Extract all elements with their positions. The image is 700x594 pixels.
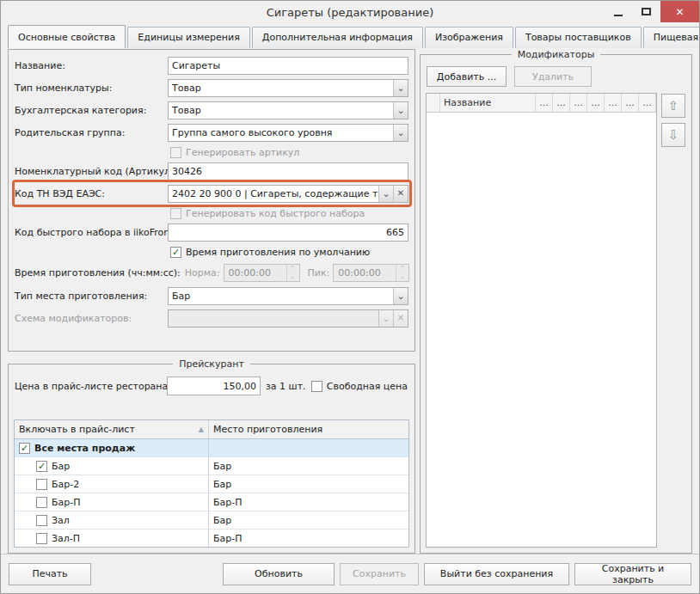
title-bar: Сигареты (редактирование) ✕	[1, 1, 699, 25]
minimize-icon	[614, 15, 623, 16]
modifier-scheme-label: Схема модификаторов:	[15, 313, 168, 324]
free-price-label: Свободная цена	[327, 381, 408, 392]
modifier-selector-column	[427, 94, 440, 112]
tnved-code-label: Код ТН ВЭД ЕАЭС:	[15, 188, 168, 199]
cooking-time-label: Время приготовления (чч:мм:сс):	[15, 267, 181, 279]
generate-article-checkbox	[170, 147, 181, 158]
row-checkbox[interactable]	[36, 497, 47, 508]
close-button[interactable]: ✕	[660, 1, 699, 22]
sales-row[interactable]: Зал Бар	[15, 511, 408, 530]
chevron-down-icon[interactable]: ⌄	[393, 80, 408, 96]
row-checkbox[interactable]	[36, 533, 47, 544]
cooking-time-peak-spinner: 00:00:00 ⌃ ⌄	[333, 264, 409, 282]
nomenclature-type-select[interactable]: Товар ⌄	[168, 79, 408, 97]
parent-group-select[interactable]: Группа самого высокого уровня ⌄	[168, 124, 408, 142]
accounting-category-select[interactable]: Товар ⌄	[168, 101, 408, 119]
tab-supplier-products[interactable]: Товары поставщиков	[515, 27, 642, 48]
tnved-code-row: Код ТН ВЭД ЕАЭС: 2402 20 900 0 | Сигарет…	[12, 181, 411, 205]
modifiers-empty-list	[427, 113, 656, 547]
chevron-down-icon[interactable]: ⌄	[378, 186, 393, 202]
modifier-option-column[interactable]: ...	[605, 94, 622, 112]
cooking-place-type-select[interactable]: Бар ⌄	[168, 287, 408, 305]
chevron-down-icon[interactable]: ⌄	[393, 125, 408, 141]
clear-icon: ✕	[393, 310, 408, 327]
modifier-scheme-select: ⌄ ✕	[168, 309, 408, 328]
name-input[interactable]	[168, 57, 408, 75]
modifier-option-column[interactable]: ...	[587, 94, 605, 112]
save-and-close-button[interactable]: Сохранить и закрыть	[574, 563, 691, 585]
cooking-time-peak-label: Пик:	[308, 267, 330, 279]
modifiers-section: Модификаторы Добавить ... Удалить Назван…	[420, 49, 692, 554]
maximize-button[interactable]	[632, 1, 660, 22]
spinner-up-icon: ⌃	[287, 265, 299, 273]
sales-row[interactable]: Бар-П Бар-П	[15, 493, 408, 511]
chevron-down-icon[interactable]: ⌄	[393, 288, 408, 304]
sort-asc-icon: ▲	[199, 426, 204, 433]
arrow-down-icon: ⇩	[668, 127, 679, 143]
pricelist-section: Прейскурант Цена в прайс-листе ресторана…	[8, 358, 415, 554]
chevron-down-icon: ⌄	[378, 310, 393, 327]
group-row-checkbox[interactable]: ✓	[19, 443, 30, 454]
minimize-button[interactable]	[604, 1, 632, 22]
accounting-category-label: Бухгалтерская категория:	[15, 105, 168, 116]
parent-group-label: Родительская группа:	[15, 127, 168, 138]
exit-without-saving-button[interactable]: Выйти без сохранения	[424, 563, 569, 585]
add-modifier-button[interactable]: Добавить ...	[427, 66, 507, 87]
spinner-up-icon: ⌃	[396, 265, 408, 273]
article-code-label: Номенклатурный код (Артикул):	[15, 166, 168, 177]
cooking-time-norm-spinner: 00:00:00 ⌃ ⌄	[224, 264, 300, 282]
tab-additional-info[interactable]: Дополнительная информация	[252, 27, 423, 48]
free-price-checkbox[interactable]	[311, 381, 322, 392]
clear-icon[interactable]: ✕	[393, 186, 408, 202]
move-up-button[interactable]: ⇧	[661, 94, 685, 118]
sales-row[interactable]: Бар-2 Бар	[15, 475, 408, 493]
modifier-option-column[interactable]: ...	[553, 94, 570, 112]
chevron-down-icon[interactable]: ⌄	[393, 102, 408, 119]
sales-places-table: Включать в прайс-лист ▲ Место приготовле…	[14, 419, 409, 548]
delete-modifier-button: Удалить	[514, 66, 592, 87]
close-icon: ✕	[675, 6, 684, 18]
modifier-option-column[interactable]: ...	[639, 94, 656, 112]
modifiers-table: Название ... ... ... ... ... ... ...	[426, 93, 657, 548]
sales-group-row[interactable]: ✓ Все места продаж	[15, 439, 408, 457]
refresh-button[interactable]: Обновить	[223, 563, 335, 585]
quick-code-label: Код быстрого набора в iikoFront:	[15, 227, 168, 238]
cooking-time-norm-label: Норма:	[185, 267, 220, 279]
modifier-option-column[interactable]: ...	[536, 94, 553, 112]
price-input[interactable]	[167, 377, 261, 395]
sales-row[interactable]: ✓Бар Бар	[15, 457, 408, 475]
tab-images[interactable]: Изображения	[425, 27, 513, 48]
row-checkbox[interactable]	[36, 479, 47, 490]
tab-units[interactable]: Единицы измерения	[127, 27, 250, 48]
row-checkbox[interactable]	[36, 515, 47, 526]
default-cooking-time-label: Время приготовления по умолчанию	[186, 247, 370, 258]
save-button: Сохранить	[340, 563, 419, 585]
sales-row[interactable]: Зал-П Бар-П	[15, 530, 408, 548]
column-header-include[interactable]: Включать в прайс-лист ▲	[15, 420, 209, 438]
spinner-down-icon: ⌄	[287, 273, 299, 282]
modifier-option-column[interactable]: ...	[622, 94, 639, 112]
generate-quick-code-checkbox	[170, 208, 181, 219]
column-header-place[interactable]: Место приготовления	[209, 420, 408, 438]
maximize-icon	[642, 8, 651, 15]
window-title: Сигареты (редактирование)	[1, 1, 699, 25]
tab-main-properties[interactable]: Основные свойства	[8, 25, 126, 48]
tab-nutrition[interactable]: Пищевая ценность	[643, 27, 700, 48]
name-label: Название:	[15, 60, 168, 71]
modifiers-table-header: Название ... ... ... ... ... ... ...	[427, 94, 656, 113]
default-cooking-time-checkbox[interactable]: ✓	[170, 247, 181, 258]
modifier-name-column[interactable]: Название	[440, 94, 536, 112]
sales-table-header: Включать в прайс-лист ▲ Место приготовле…	[15, 420, 408, 439]
product-edit-window: Сигареты (редактирование) ✕ Основные сво…	[0, 0, 700, 594]
row-checkbox[interactable]: ✓	[36, 461, 47, 472]
footer-button-bar: Печать Обновить Сохранить Выйти без сохр…	[1, 554, 699, 593]
article-code-input[interactable]	[168, 162, 408, 181]
cooking-place-type-label: Тип места приготовления:	[15, 291, 168, 302]
modifiers-legend: Модификаторы	[512, 49, 601, 60]
move-down-button[interactable]: ⇩	[661, 123, 685, 147]
print-button[interactable]: Печать	[9, 563, 91, 585]
modifier-option-column[interactable]: ...	[570, 94, 587, 112]
tnved-code-select[interactable]: 2402 20 900 0 | Сигареты, содержащие таб…	[168, 185, 408, 203]
arrow-up-icon: ⇧	[668, 98, 679, 113]
quick-code-input[interactable]	[168, 224, 408, 242]
